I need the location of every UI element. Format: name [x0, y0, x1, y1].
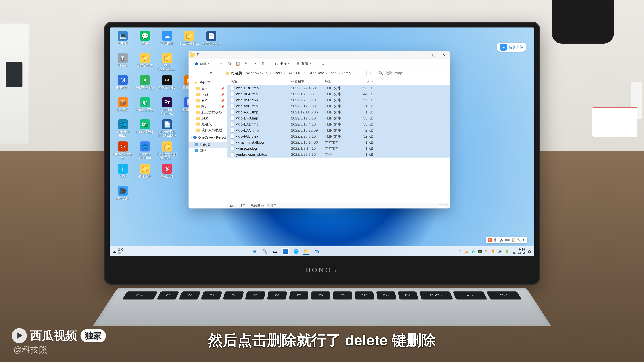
sidebar-item[interactable]: 文档📌: [188, 97, 227, 104]
col-size[interactable]: 大小: [353, 79, 375, 84]
more-button[interactable]: …: [319, 61, 325, 67]
file-row[interactable]: winaimlinstall.log 2022/3/15 14:06 文本文档 …: [228, 139, 450, 145]
paste-button[interactable]: 📋: [235, 61, 241, 67]
ime-bar[interactable]: S 中 🔈⌨📋🔧≡: [486, 237, 527, 243]
file-row[interactable]: wctF60E.tmp 2022/3/12 3:33 TMP 文件 1 KB: [228, 103, 450, 109]
breadcrumb-segment[interactable]: Temp: [342, 71, 351, 75]
close-button[interactable]: ✕: [439, 51, 449, 59]
desktop-icon[interactable]: 💬微信: [134, 30, 156, 51]
back-button[interactable]: ←: [192, 70, 198, 76]
desktop-icon[interactable]: 📄充电器.docx: [200, 30, 222, 51]
tray-360-icon[interactable]: ◐: [471, 249, 476, 254]
sidebar-item[interactable]: 桌面📌: [188, 85, 227, 91]
desktop-icon[interactable]: TTIM: [112, 163, 134, 184]
file-row[interactable]: wctFF8B.tmp 2022/2/26 6:10 TMP 文件 52 KB: [228, 133, 450, 139]
breadcrumb-segment[interactable]: AppData: [310, 71, 324, 75]
desktop-icon[interactable]: OOffice激活备份: [112, 140, 134, 162]
col-date[interactable]: 修改日期: [291, 79, 325, 84]
desktop-icon[interactable]: 🗑回收站: [112, 52, 134, 73]
notes-button[interactable]: 🗒: [324, 248, 330, 255]
ime-tool-icon[interactable]: 🔧: [517, 238, 521, 242]
sidebar-item[interactable]: 图片📌: [188, 104, 227, 110]
desktop-icon[interactable]: 📁行程码怎么变黄-你先...: [156, 140, 178, 162]
file-row[interactable]: wctFEAB.tmp 2022/3/18 4:10 TMP 文件 53 KB: [228, 121, 450, 127]
sidebar[interactable]: ⌄ 快速访问 桌面📌下载📌文档📌图片📌3.11英伟达项目14.0充电头软件安装教…: [188, 78, 228, 209]
copy-button[interactable]: ⧉: [226, 61, 232, 67]
ime-lang[interactable]: 中: [494, 238, 498, 242]
column-headers[interactable]: 名称 修改日期 类型 大小: [228, 78, 450, 85]
taskbar[interactable]: ☁ 3°C 阴 ⊞ 🔍 ▭ 🟦 🌐 📁 🛍 �: [110, 246, 534, 256]
share-button[interactable]: ↗: [252, 61, 258, 67]
breadcrumb-segment[interactable]: Local: [328, 71, 338, 75]
tray-chevron-icon[interactable]: ˄: [458, 249, 462, 254]
desktop-icon[interactable]: 💻此电脑: [112, 30, 134, 51]
ime-tool-icon[interactable]: 📋: [512, 238, 516, 242]
new-button[interactable]: ⊕ 新建 ▾: [192, 60, 212, 67]
rename-button[interactable]: ✎: [243, 61, 249, 67]
desktop-icon[interactable]: ▶腾讯视频: [178, 74, 200, 95]
file-row[interactable]: yunbrowser_status 2022/3/23 8:35 文件 1 KB: [228, 151, 450, 158]
sidebar-item[interactable]: 下载📌: [188, 91, 227, 97]
desktop-icon[interactable]: 📁字体素材: [134, 163, 156, 184]
explorer-button[interactable]: 📁: [303, 248, 310, 255]
edge-button[interactable]: 🌐: [293, 248, 299, 255]
tray-volume-icon[interactable]: 🔊: [498, 249, 502, 254]
col-type[interactable]: 类型: [325, 79, 353, 84]
breadcrumb-segment[interactable]: 此电脑: [231, 70, 242, 76]
file-row[interactable]: wctFAAE.tmp 2021/12/11 0:06 TMP 文件 1 KB: [228, 109, 450, 115]
desktop-icon[interactable]: 📄iPhone手机小技巧.docx: [156, 118, 178, 140]
desktop-icon[interactable]: 🌐Microsoft Edge: [112, 118, 134, 140]
taskview-button[interactable]: ▭: [272, 248, 278, 255]
desktop-icon[interactable]: 📁新建文件夹: [134, 52, 156, 73]
view-list-icon[interactable]: [439, 204, 443, 207]
sidebar-item[interactable]: 软件安装教程: [188, 127, 227, 133]
tray-brand-icon[interactable]: ⎙: [527, 249, 532, 254]
view-grid-icon[interactable]: [444, 204, 448, 207]
desktop-icon[interactable]: 📦360压缩: [112, 96, 134, 118]
titlebar[interactable]: Temp — ▢ ✕: [188, 51, 450, 59]
view-button[interactable]: ≣ 查看 ▾: [294, 60, 313, 67]
delete-button[interactable]: 🗑: [260, 61, 266, 67]
ime-tool-icon[interactable]: 🔈: [500, 238, 504, 242]
taskbar-tray[interactable]: ˄ ☁ ◐ 📟 🛡 📶 🔊 🔋 9:18 2022/3/23 ⎙: [458, 248, 532, 255]
file-list[interactable]: wctEEBB.tmp 2022/3/22 4:50 TMP 文件 53 KB …: [228, 85, 450, 203]
file-row[interactable]: wctEEBB.tmp 2022/3/22 4:50 TMP 文件 53 KB: [228, 85, 450, 91]
sidebar-quick-access[interactable]: ⌄ 快速访问: [188, 79, 227, 85]
file-row[interactable]: wctFDF0.tmp 2022/3/12 5:10 TMP 文件 53 KB: [228, 115, 450, 121]
desktop-icon[interactable]: ❀美图秀秀: [156, 163, 178, 184]
tray-shield-icon[interactable]: 🛡: [485, 249, 489, 254]
taskbar-clock[interactable]: 9:18 2022/3/23: [512, 248, 525, 255]
ime-tool-icon[interactable]: ≡: [522, 238, 524, 242]
taskbar-weather[interactable]: ☁ 3°C 阴: [112, 248, 124, 255]
file-row[interactable]: wctFEAC.tmp 2022/3/16 22:59 TMP 文件 2 KB: [228, 127, 450, 133]
widgets-button[interactable]: 🟦: [282, 248, 289, 255]
sidebar-this-pc[interactable]: › 此电脑: [188, 142, 227, 148]
cloud-upload-badge[interactable]: ☁ 当前上传: [497, 42, 526, 52]
forward-button[interactable]: →: [200, 70, 206, 76]
desktop-icon[interactable]: 🛍360软件管家: [134, 118, 156, 140]
start-button[interactable]: ⊞: [251, 248, 258, 255]
breadcrumb[interactable]: 此电脑›Windows (C:)›Users›JACKOU~1›AppData›…: [224, 70, 366, 76]
refresh-button[interactable]: ⟳: [368, 70, 375, 76]
minimize-button[interactable]: —: [418, 51, 429, 59]
sidebar-item[interactable]: 3.11英伟达项目: [188, 110, 227, 116]
store-button[interactable]: 🛍: [314, 248, 320, 255]
breadcrumb-segment[interactable]: Users: [273, 71, 282, 75]
desktop-icon[interactable]: 📁华为MateView...: [156, 52, 178, 73]
desktop-icon[interactable]: 📄腾讯文档: [178, 96, 200, 118]
tray-cloud-icon[interactable]: ☁: [464, 249, 469, 254]
windows-desktop[interactable]: 💻此电脑💬微信☁百度网盘📁3.11英伟达...📄充电器.docx🗑回收站📁新建文…: [110, 27, 534, 256]
tray-wifi-icon[interactable]: 📶: [492, 249, 496, 254]
breadcrumb-segment[interactable]: Windows (C:): [246, 71, 268, 75]
ime-tool-icon[interactable]: ⌨: [505, 238, 510, 242]
desktop-icon[interactable]: ✂剪映专业版: [156, 74, 178, 95]
search-input[interactable]: 🔍 搜索"Temp": [377, 70, 447, 76]
cut-button[interactable]: ✂: [218, 61, 224, 67]
sidebar-item[interactable]: 充电头: [188, 121, 227, 127]
desktop-icon[interactable]: e360安全浏览: [134, 74, 156, 95]
desktop-icon[interactable]: PrAdobe Premie...: [156, 96, 178, 118]
desktop-icon[interactable]: 📁3.11英伟达...: [178, 30, 200, 51]
file-row[interactable]: wmsetup.log 2022/1/9 14:15 文本文档 1 KB: [228, 145, 450, 151]
breadcrumb-segment[interactable]: JACKOU~1: [286, 71, 306, 75]
sidebar-item[interactable]: 14.0: [188, 116, 227, 121]
